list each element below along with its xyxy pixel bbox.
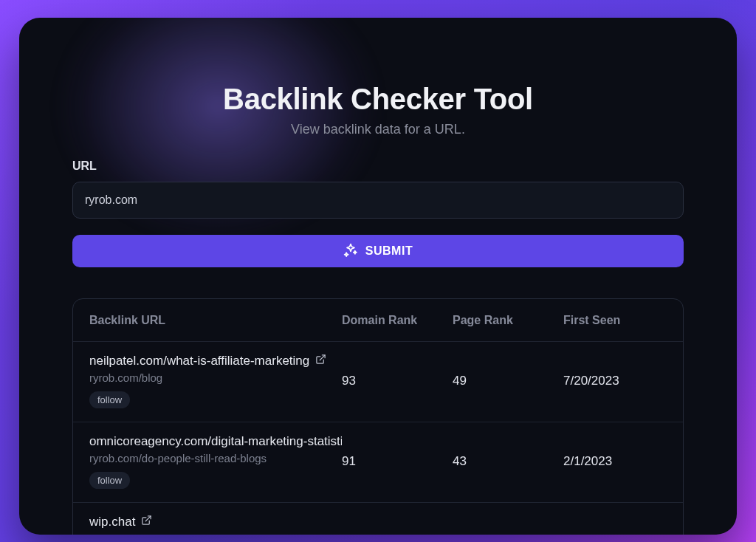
table-row: neilpatel.com/what-is-affiliate-marketin… [73,341,683,422]
link-type-tag: follow [89,391,130,408]
col-page-rank: Page Rank [453,314,563,327]
destination-url-text: ryrob.com/do-people-still-read-blogs [89,452,342,464]
col-domain-rank: Domain Rank [342,314,453,327]
table-header: Backlink URL Domain Rank Page Rank First… [73,299,683,341]
backlink-source-link[interactable]: omnicoreagency.com/digital-marketing-sta… [89,434,342,449]
domain-rank-value: 91 [342,454,453,469]
destination-url-text: ryrob.com/amazon-affiliate-marketing [89,532,342,535]
source-url-text: omnicoreagency.com/digital-marketing-sta… [89,434,342,449]
tool-card: Backlink Checker Tool View backlink data… [19,18,737,535]
domain-rank-value: 93 [342,374,453,388]
external-link-icon [315,354,326,368]
svg-line-0 [320,355,326,360]
page-subtitle: View backlink data for a URL. [72,122,684,137]
table-row: wip.chat ryrob.com/amazon-affiliate-mark… [73,502,683,535]
page-title: Backlink Checker Tool [72,83,684,116]
svg-line-2 [146,516,151,521]
external-link-icon [141,515,152,529]
submit-button[interactable]: SUBMIT [72,235,684,267]
source-url-text: neilpatel.com/what-is-affiliate-marketin… [89,354,309,368]
col-first-seen: First Seen [563,314,667,327]
url-field-label: URL [72,159,684,173]
link-type-tag: follow [89,472,130,489]
destination-url-text: ryrob.com/blog [89,371,342,384]
url-form-group: URL [72,159,684,219]
col-backlink-url: Backlink URL [89,314,342,327]
source-url-text: wip.chat [89,515,135,529]
submit-button-label: SUBMIT [365,244,413,258]
page-rank-value: 43 [453,454,563,469]
sparkles-icon [343,242,358,260]
url-input[interactable] [72,182,684,219]
results-table: Backlink URL Domain Rank Page Rank First… [72,298,684,535]
table-row: omnicoreagency.com/digital-marketing-sta… [73,422,683,502]
first-seen-value: 2/1/2023 [563,454,667,469]
backlink-source-link[interactable]: neilpatel.com/what-is-affiliate-marketin… [89,354,342,368]
page-rank-value: 49 [453,374,563,388]
backlink-source-link[interactable]: wip.chat [89,515,342,529]
first-seen-value: 7/20/2023 [563,374,667,388]
